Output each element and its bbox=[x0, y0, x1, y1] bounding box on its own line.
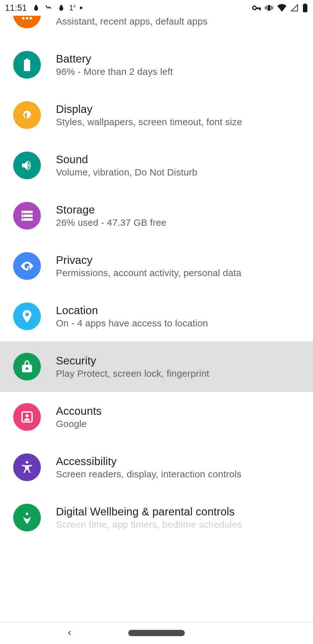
vpn-key-icon bbox=[251, 5, 261, 11]
vibrate-icon bbox=[265, 4, 273, 12]
accounts-icon bbox=[13, 403, 41, 431]
item-subtitle: Permissions, account activity, personal … bbox=[56, 268, 241, 278]
settings-list[interactable]: Apps & notifications Assistant, recent a… bbox=[0, 16, 313, 622]
settings-item-apps[interactable]: Apps & notifications Assistant, recent a… bbox=[0, 16, 313, 40]
cell-signal-icon bbox=[290, 4, 299, 12]
item-subtitle: 26% used - 47.37 GB free bbox=[56, 217, 167, 228]
item-subtitle: 96% - More than 2 days left bbox=[56, 66, 173, 77]
settings-item-accounts[interactable]: Accounts Google bbox=[0, 392, 313, 442]
svg-point-7 bbox=[26, 17, 28, 19]
storage-icon bbox=[13, 202, 41, 230]
settings-item-wellbeing[interactable]: Digital Wellbeing & parental controls Sc… bbox=[0, 492, 313, 531]
svg-point-14 bbox=[23, 219, 24, 220]
nav-back-button[interactable] bbox=[63, 627, 75, 639]
svg-point-8 bbox=[30, 17, 32, 19]
item-subtitle: Screen readers, display, interaction con… bbox=[56, 469, 241, 480]
accessibility-icon bbox=[13, 453, 41, 481]
chevron-left-icon bbox=[65, 629, 74, 637]
notif-count: 14 bbox=[69, 3, 75, 12]
item-title: Privacy bbox=[56, 254, 241, 266]
security-icon bbox=[13, 353, 41, 380]
item-subtitle: Assistant, recent apps, default apps bbox=[56, 16, 207, 27]
item-title: Accessibility bbox=[56, 455, 241, 468]
item-title: Digital Wellbeing & parental controls bbox=[56, 505, 242, 518]
svg-point-19 bbox=[26, 461, 28, 464]
sound-icon bbox=[13, 152, 41, 179]
status-right-group bbox=[251, 3, 308, 12]
svg-point-12 bbox=[23, 211, 24, 212]
battery-icon bbox=[13, 51, 41, 79]
settings-item-display[interactable]: Display Styles, wallpapers, screen timeo… bbox=[0, 90, 313, 140]
svg-point-13 bbox=[23, 215, 24, 216]
settings-item-storage[interactable]: Storage 26% used - 47.37 GB free bbox=[0, 191, 313, 241]
item-subtitle: Play Protect, screen lock, fingerprint bbox=[56, 368, 209, 379]
item-subtitle: Styles, wallpapers, screen timeout, font… bbox=[56, 117, 242, 127]
status-bar: 11:51 14 bbox=[0, 0, 313, 16]
status-left-group: 11:51 14 bbox=[5, 3, 82, 13]
wellbeing-icon bbox=[13, 504, 41, 531]
nav-separator bbox=[0, 622, 313, 622]
location-icon bbox=[13, 303, 41, 330]
missed-call-icon bbox=[44, 4, 53, 12]
privacy-icon bbox=[13, 252, 41, 280]
item-title: Sound bbox=[56, 153, 197, 166]
display-icon bbox=[13, 101, 41, 129]
item-title: Battery bbox=[56, 53, 173, 65]
nav-bar bbox=[0, 622, 313, 644]
battery-status-icon bbox=[302, 3, 308, 12]
item-subtitle: Screen time, app timers, bedtime schedul… bbox=[56, 519, 242, 530]
item-subtitle: Google bbox=[56, 419, 102, 429]
lock-notif-icon-2 bbox=[58, 3, 65, 12]
svg-rect-16 bbox=[28, 267, 30, 270]
settings-item-location[interactable]: Location On - 4 apps have access to loca… bbox=[0, 291, 313, 341]
wifi-icon bbox=[277, 4, 287, 12]
svg-point-6 bbox=[22, 17, 25, 19]
settings-item-privacy[interactable]: Privacy Permissions, account activity, p… bbox=[0, 241, 313, 291]
nav-home-pill[interactable] bbox=[128, 630, 185, 636]
more-notif-dot bbox=[80, 7, 82, 9]
settings-item-accessibility[interactable]: Accessibility Screen readers, display, i… bbox=[0, 442, 313, 492]
item-title: Accounts bbox=[56, 405, 102, 417]
item-subtitle: On - 4 apps have access to location bbox=[56, 318, 208, 329]
clock-text: 11:51 bbox=[5, 3, 27, 13]
svg-point-20 bbox=[26, 513, 28, 515]
item-title: Storage bbox=[56, 203, 167, 216]
settings-item-security[interactable]: Security Play Protect, screen lock, fing… bbox=[0, 341, 313, 392]
settings-item-battery[interactable]: Battery 96% - More than 2 days left bbox=[0, 40, 313, 90]
lock-notif-icon bbox=[33, 3, 40, 12]
item-subtitle: Volume, vibration, Do Not Disturb bbox=[56, 167, 197, 178]
settings-item-sound[interactable]: Sound Volume, vibration, Do Not Disturb bbox=[0, 140, 313, 191]
apps-icon bbox=[13, 16, 41, 28]
item-title: Location bbox=[56, 304, 208, 317]
item-title: Display bbox=[56, 103, 242, 115]
svg-point-18 bbox=[25, 414, 29, 417]
item-title: Security bbox=[56, 354, 209, 367]
